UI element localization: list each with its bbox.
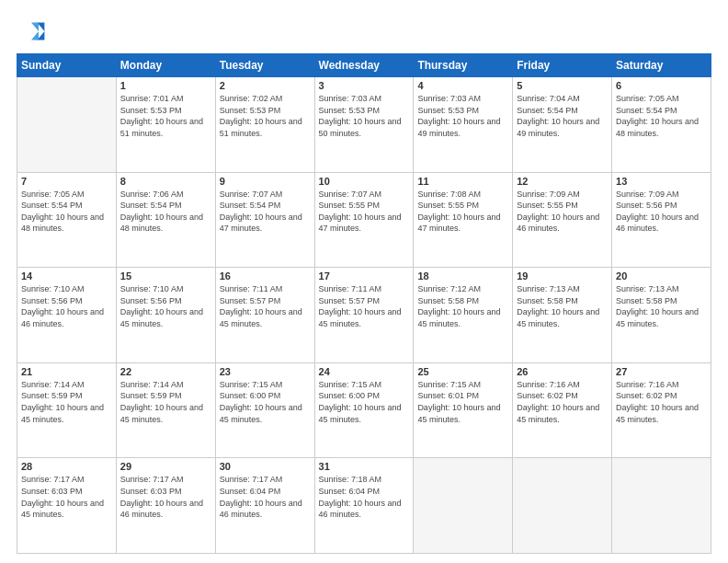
- day-number: 21: [21, 366, 112, 377]
- calendar-cell: 31Sunrise: 7:18 AMSunset: 6:04 PMDayligh…: [314, 458, 414, 554]
- calendar-week-row: 14Sunrise: 7:10 AMSunset: 5:56 PMDayligh…: [17, 268, 711, 363]
- calendar-cell: 23Sunrise: 7:15 AMSunset: 6:00 PMDayligh…: [215, 362, 314, 458]
- calendar-cell: 14Sunrise: 7:10 AMSunset: 5:56 PMDayligh…: [17, 268, 117, 363]
- header: [17, 17, 711, 46]
- calendar-week-row: 28Sunrise: 7:17 AMSunset: 6:03 PMDayligh…: [17, 458, 711, 554]
- day-info: Sunrise: 7:17 AMSunset: 6:03 PMDaylight:…: [120, 474, 211, 520]
- day-number: 16: [220, 270, 311, 282]
- weekday-header-cell: Thursday: [414, 54, 513, 77]
- day-info: Sunrise: 7:02 AMSunset: 5:53 PMDaylight:…: [220, 93, 311, 139]
- calendar-cell: 1Sunrise: 7:01 AMSunset: 5:53 PMDaylight…: [116, 77, 215, 173]
- weekday-header-row: SundayMondayTuesdayWednesdayThursdayFrid…: [17, 54, 711, 77]
- day-info: Sunrise: 7:15 AMSunset: 6:01 PMDaylight:…: [417, 379, 508, 425]
- calendar-cell: 19Sunrise: 7:13 AMSunset: 5:58 PMDayligh…: [513, 268, 612, 363]
- calendar-cell: 13Sunrise: 7:09 AMSunset: 5:56 PMDayligh…: [612, 172, 711, 268]
- calendar-week-row: 21Sunrise: 7:14 AMSunset: 5:59 PMDayligh…: [17, 362, 711, 458]
- day-number: 17: [319, 270, 410, 282]
- day-number: 4: [417, 80, 508, 91]
- day-number: 11: [417, 176, 508, 187]
- day-info: Sunrise: 7:16 AMSunset: 6:02 PMDaylight:…: [616, 379, 707, 425]
- calendar-cell: [17, 77, 117, 173]
- calendar-cell: 25Sunrise: 7:15 AMSunset: 6:01 PMDayligh…: [414, 362, 513, 458]
- day-number: 30: [220, 461, 311, 472]
- logo-icon: [17, 17, 46, 46]
- calendar-week-row: 1Sunrise: 7:01 AMSunset: 5:53 PMDaylight…: [17, 77, 711, 173]
- day-number: 25: [417, 366, 508, 377]
- calendar-cell: 20Sunrise: 7:13 AMSunset: 5:58 PMDayligh…: [612, 268, 711, 363]
- day-info: Sunrise: 7:14 AMSunset: 5:59 PMDaylight:…: [120, 379, 211, 425]
- day-info: Sunrise: 7:07 AMSunset: 5:54 PMDaylight:…: [220, 189, 311, 235]
- day-number: 13: [616, 176, 707, 187]
- calendar-cell: 3Sunrise: 7:03 AMSunset: 5:53 PMDaylight…: [314, 77, 414, 173]
- calendar-cell: 27Sunrise: 7:16 AMSunset: 6:02 PMDayligh…: [612, 362, 711, 458]
- calendar-cell: 24Sunrise: 7:15 AMSunset: 6:00 PMDayligh…: [314, 362, 414, 458]
- day-info: Sunrise: 7:10 AMSunset: 5:56 PMDaylight:…: [120, 283, 211, 329]
- calendar-cell: 9Sunrise: 7:07 AMSunset: 5:54 PMDaylight…: [215, 172, 314, 268]
- weekday-header-cell: Tuesday: [215, 54, 314, 77]
- day-number: 5: [517, 80, 608, 91]
- calendar-cell: 15Sunrise: 7:10 AMSunset: 5:56 PMDayligh…: [116, 268, 215, 363]
- day-number: 6: [616, 80, 707, 91]
- day-info: Sunrise: 7:13 AMSunset: 5:58 PMDaylight:…: [616, 283, 707, 329]
- weekday-header-cell: Wednesday: [314, 54, 414, 77]
- day-number: 9: [220, 176, 311, 187]
- calendar-cell: [612, 458, 711, 554]
- day-info: Sunrise: 7:12 AMSunset: 5:58 PMDaylight:…: [417, 283, 508, 329]
- day-info: Sunrise: 7:05 AMSunset: 5:54 PMDaylight:…: [616, 93, 707, 139]
- day-number: 10: [319, 176, 410, 187]
- calendar-cell: 7Sunrise: 7:05 AMSunset: 5:54 PMDaylight…: [17, 172, 117, 268]
- day-info: Sunrise: 7:01 AMSunset: 5:53 PMDaylight:…: [120, 93, 211, 139]
- day-info: Sunrise: 7:03 AMSunset: 5:53 PMDaylight:…: [417, 93, 508, 139]
- day-number: 20: [616, 270, 707, 282]
- day-info: Sunrise: 7:07 AMSunset: 5:55 PMDaylight:…: [319, 189, 410, 235]
- day-info: Sunrise: 7:11 AMSunset: 5:57 PMDaylight:…: [319, 283, 410, 329]
- calendar-body: 1Sunrise: 7:01 AMSunset: 5:53 PMDaylight…: [17, 77, 711, 554]
- day-info: Sunrise: 7:09 AMSunset: 5:55 PMDaylight:…: [517, 189, 608, 235]
- calendar-week-row: 7Sunrise: 7:05 AMSunset: 5:54 PMDaylight…: [17, 172, 711, 268]
- day-number: 28: [21, 461, 112, 472]
- page: SundayMondayTuesdayWednesdayThursdayFrid…: [0, 0, 728, 563]
- day-number: 8: [120, 176, 211, 187]
- day-info: Sunrise: 7:11 AMSunset: 5:57 PMDaylight:…: [220, 283, 311, 329]
- calendar-cell: 26Sunrise: 7:16 AMSunset: 6:02 PMDayligh…: [513, 362, 612, 458]
- weekday-header-cell: Monday: [116, 54, 215, 77]
- day-number: 19: [517, 270, 608, 282]
- calendar-cell: 22Sunrise: 7:14 AMSunset: 5:59 PMDayligh…: [116, 362, 215, 458]
- day-info: Sunrise: 7:17 AMSunset: 6:03 PMDaylight:…: [21, 474, 112, 520]
- day-info: Sunrise: 7:10 AMSunset: 5:56 PMDaylight:…: [21, 283, 112, 329]
- day-info: Sunrise: 7:17 AMSunset: 6:04 PMDaylight:…: [220, 474, 311, 520]
- calendar-cell: [414, 458, 513, 554]
- day-number: 7: [21, 176, 112, 187]
- calendar-cell: 5Sunrise: 7:04 AMSunset: 5:54 PMDaylight…: [513, 77, 612, 173]
- day-info: Sunrise: 7:08 AMSunset: 5:55 PMDaylight:…: [417, 189, 508, 235]
- day-number: 22: [120, 366, 211, 377]
- calendar-cell: 12Sunrise: 7:09 AMSunset: 5:55 PMDayligh…: [513, 172, 612, 268]
- day-number: 24: [319, 366, 410, 377]
- calendar-cell: 29Sunrise: 7:17 AMSunset: 6:03 PMDayligh…: [116, 458, 215, 554]
- day-info: Sunrise: 7:09 AMSunset: 5:56 PMDaylight:…: [616, 189, 707, 235]
- day-number: 31: [319, 461, 410, 472]
- calendar-cell: 11Sunrise: 7:08 AMSunset: 5:55 PMDayligh…: [414, 172, 513, 268]
- logo: [17, 17, 50, 46]
- day-info: Sunrise: 7:06 AMSunset: 5:54 PMDaylight:…: [120, 189, 211, 235]
- day-number: 23: [220, 366, 311, 377]
- calendar-cell: [513, 458, 612, 554]
- calendar-cell: 30Sunrise: 7:17 AMSunset: 6:04 PMDayligh…: [215, 458, 314, 554]
- day-number: 12: [517, 176, 608, 187]
- calendar-cell: 4Sunrise: 7:03 AMSunset: 5:53 PMDaylight…: [414, 77, 513, 173]
- weekday-header-cell: Saturday: [612, 54, 711, 77]
- calendar-cell: 16Sunrise: 7:11 AMSunset: 5:57 PMDayligh…: [215, 268, 314, 363]
- calendar-cell: 17Sunrise: 7:11 AMSunset: 5:57 PMDayligh…: [314, 268, 414, 363]
- calendar-cell: 10Sunrise: 7:07 AMSunset: 5:55 PMDayligh…: [314, 172, 414, 268]
- day-number: 1: [120, 80, 211, 91]
- day-info: Sunrise: 7:18 AMSunset: 6:04 PMDaylight:…: [319, 474, 410, 520]
- day-info: Sunrise: 7:14 AMSunset: 5:59 PMDaylight:…: [21, 379, 112, 425]
- svg-marker-1: [31, 22, 39, 40]
- day-number: 15: [120, 270, 211, 282]
- day-number: 29: [120, 461, 211, 472]
- calendar-cell: 8Sunrise: 7:06 AMSunset: 5:54 PMDaylight…: [116, 172, 215, 268]
- day-info: Sunrise: 7:16 AMSunset: 6:02 PMDaylight:…: [517, 379, 608, 425]
- day-number: 14: [21, 270, 112, 282]
- day-number: 27: [616, 366, 707, 377]
- day-info: Sunrise: 7:04 AMSunset: 5:54 PMDaylight:…: [517, 93, 608, 139]
